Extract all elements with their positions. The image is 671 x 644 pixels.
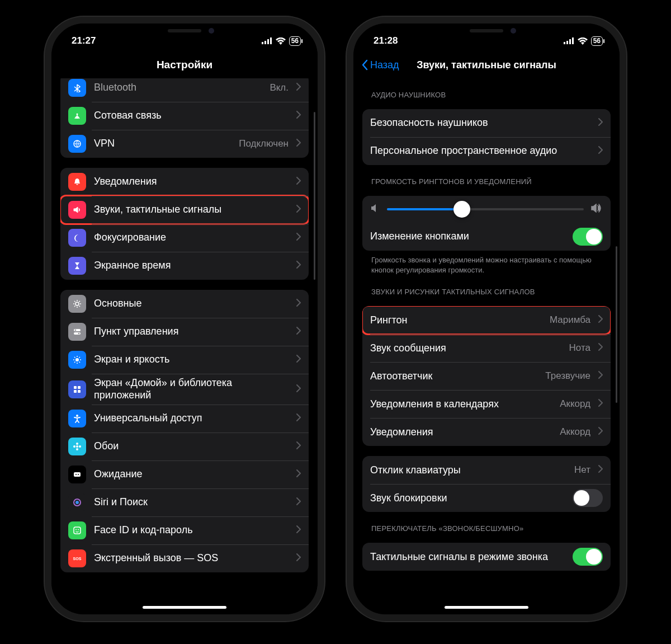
svg-point-10: [78, 333, 80, 335]
chevron-right-icon: [296, 233, 301, 243]
row-label: Siri и Поиск: [94, 496, 289, 509]
svg-text:SOS: SOS: [73, 557, 82, 561]
row-value: Аккорд: [560, 398, 590, 410]
settings-row-switches[interactable]: Пункт управления: [60, 318, 309, 346]
status-time: 21:27: [72, 35, 96, 46]
chevron-right-icon: [296, 205, 301, 215]
settings-row-faceid[interactable]: Face ID и код-пароль: [60, 516, 309, 544]
row-keyboard-feedback[interactable]: Отклик клавиатуры Нет: [362, 456, 611, 484]
screen-right: 21:28 56 Назад Звуки, тактильные сигналы…: [353, 23, 620, 614]
settings-row-flower[interactable]: Обои: [60, 433, 309, 460]
row-value: Нет: [574, 464, 590, 476]
toggle-change-buttons[interactable]: [573, 228, 603, 246]
chevron-right-icon: [296, 111, 301, 121]
svg-point-20: [73, 445, 75, 448]
row-label: Основные: [94, 298, 289, 310]
chevron-right-icon: [598, 465, 603, 475]
row-label: Фокусирование: [94, 232, 289, 244]
settings-row-sos[interactable]: SOSЭкстренный вызов — SOS: [60, 544, 309, 572]
settings-row-bluetooth[interactable]: BluetoothВкл.: [60, 78, 309, 102]
settings-row-accessibility[interactable]: Универсальный доступ: [60, 405, 309, 433]
section-header-volume: ГРОМКОСТЬ РИНГТОНОВ И УВЕДОМЛЕНИЙ: [362, 165, 611, 190]
row-label: Bluetooth: [94, 82, 262, 94]
chevron-right-icon: [598, 146, 603, 156]
settings-row-vpn[interactable]: VPNПодключен: [60, 130, 309, 158]
svg-point-23: [75, 474, 77, 475]
svg-rect-31: [564, 42, 565, 44]
switches-icon: [68, 323, 86, 341]
nav-bar: Настройки: [51, 51, 318, 78]
group-ring-switch: Тактильные сигналы в режиме звонка: [362, 543, 611, 571]
toggle-haptic-ring[interactable]: [573, 548, 603, 566]
hourglass-icon: [68, 257, 86, 275]
svg-rect-13: [78, 386, 81, 389]
row-haptic-ring[interactable]: Тактильные сигналы в режиме звонка: [362, 543, 611, 571]
speaker-icon: [68, 201, 86, 219]
row-lock-sound[interactable]: Звук блокировки: [362, 484, 611, 512]
svg-rect-2: [267, 39, 269, 44]
chevron-right-icon: [296, 83, 301, 93]
home-indicator[interactable]: [143, 606, 226, 609]
settings-row-antenna[interactable]: Сотовая связь: [60, 102, 309, 130]
settings-row-gear[interactable]: Основные: [60, 290, 309, 318]
svg-point-21: [79, 445, 81, 448]
volume-slider-row: [362, 196, 611, 223]
row-label: Автоответчик: [370, 370, 537, 383]
row-change-buttons[interactable]: Изменение кнопками: [362, 223, 611, 251]
settings-row-bell[interactable]: Уведомления: [60, 168, 309, 196]
chevron-right-icon: [296, 327, 301, 337]
row-label: Тактильные сигналы в режиме звонка: [370, 551, 565, 563]
svg-point-19: [76, 448, 78, 450]
signal-icon: [564, 37, 574, 44]
bluetooth-icon: [68, 79, 86, 97]
faceid-icon: [68, 521, 86, 539]
row-label: Уведомления: [370, 426, 552, 439]
row-audio-1[interactable]: Персональное пространственное аудио: [362, 137, 611, 165]
chevron-right-icon: [296, 413, 301, 424]
svg-rect-3: [270, 37, 272, 44]
settings-row-siri[interactable]: Siri и Поиск: [60, 488, 309, 516]
svg-rect-34: [572, 37, 574, 44]
chevron-right-icon: [598, 118, 603, 128]
settings-list[interactable]: BluetoothВкл.Сотовая связьVPNПодключенУв…: [51, 78, 318, 608]
scroll-indicator[interactable]: [314, 112, 315, 280]
row-sound-1[interactable]: Звук сообщенияНота: [362, 334, 611, 362]
phone-right: 21:28 56 Назад Звуки, тактильные сигналы…: [347, 17, 626, 621]
battery-icon: 56: [591, 36, 603, 46]
home-indicator[interactable]: [445, 606, 528, 609]
row-sound-4[interactable]: УведомленияАккорд: [362, 418, 611, 446]
chevron-right-icon: [598, 399, 603, 409]
settings-row-hourglass[interactable]: Экранное время: [60, 252, 309, 280]
row-label: Пункт управления: [94, 326, 289, 338]
row-label: Обои: [94, 440, 289, 453]
sounds-list[interactable]: АУДИО НАУШНИКОВ Безопасность наушниковПе…: [353, 78, 620, 608]
row-sound-0[interactable]: РингтонМаримба: [362, 306, 611, 334]
settings-row-moon[interactable]: Фокусирование: [60, 224, 309, 252]
chevron-right-icon: [296, 177, 301, 187]
group-volume: Изменение кнопками: [362, 196, 611, 251]
vpn-icon: [68, 135, 86, 153]
svg-point-17: [76, 445, 78, 448]
speaker-high-icon: [590, 204, 603, 215]
row-audio-0[interactable]: Безопасность наушников: [362, 109, 611, 137]
chevron-right-icon: [296, 355, 301, 365]
scroll-indicator[interactable]: [616, 246, 617, 403]
settings-row-brightness[interactable]: Экран и яркость: [60, 346, 309, 374]
volume-slider[interactable]: [387, 208, 584, 210]
status-time: 21:28: [374, 35, 398, 46]
row-sound-3[interactable]: Уведомления в календаряхАккорд: [362, 390, 611, 418]
settings-row-standby[interactable]: Ожидание: [60, 460, 309, 488]
svg-rect-14: [74, 390, 77, 393]
back-button[interactable]: Назад: [361, 59, 399, 71]
group-headphone-audio: Безопасность наушниковПерсональное прост…: [362, 109, 611, 165]
settings-group: BluetoothВкл.Сотовая связьVPNПодключен: [60, 78, 309, 158]
settings-row-speaker[interactable]: Звуки, тактильные сигналы: [60, 196, 309, 224]
row-sound-2[interactable]: АвтоответчикТрезвучие: [362, 362, 611, 390]
settings-row-grid[interactable]: Экран «Домой» и библиотека приложений: [60, 374, 309, 405]
svg-point-28: [75, 529, 77, 530]
row-value: Маримба: [550, 314, 590, 326]
chevron-right-icon: [296, 299, 301, 309]
toggle-lock-sound[interactable]: [573, 489, 603, 507]
row-label: Изменение кнопками: [370, 231, 565, 243]
notch: [428, 23, 545, 43]
